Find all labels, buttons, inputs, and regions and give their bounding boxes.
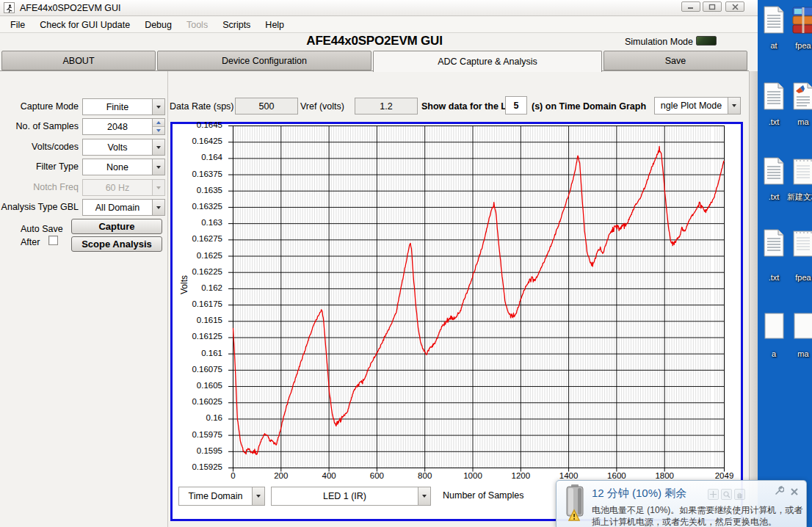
menu-item-check-for-gui-update[interactable]: Check for GUI Update bbox=[32, 18, 137, 32]
tab-about[interactable]: ABOUT bbox=[1, 51, 156, 70]
plot-mode-dropdown[interactable]: ngle Plot Mode bbox=[654, 97, 741, 115]
battery-warning-icon bbox=[562, 484, 587, 521]
desktop-icon-4[interactable] bbox=[759, 157, 789, 188]
spinner-down-icon[interactable] bbox=[153, 127, 164, 134]
x-tick-label: 1200 bbox=[512, 471, 531, 480]
desktop-icon-7[interactable] bbox=[789, 229, 812, 260]
wrench-icon[interactable] bbox=[774, 486, 784, 499]
y-tick-label: 0.163 bbox=[174, 218, 222, 228]
minimize-button[interactable] bbox=[681, 1, 700, 12]
spinner-buttons[interactable] bbox=[152, 119, 164, 134]
titlebar[interactable]: AFE44x0SPO2EVM GUI bbox=[0, 0, 758, 16]
x-tick-label: 0 bbox=[231, 471, 235, 480]
control-label-0: Capture Mode bbox=[0, 101, 79, 112]
desktop-icon-6[interactable] bbox=[759, 229, 789, 260]
notch-freq-dropdown[interactable]: 60 Hz bbox=[82, 179, 165, 196]
x-tick-label: 800 bbox=[418, 471, 432, 480]
desktop-icon-5[interactable] bbox=[789, 157, 812, 188]
notification-close-icon[interactable] bbox=[790, 486, 799, 499]
spinner-up-icon[interactable] bbox=[153, 119, 164, 127]
y-tick-label: 0.161 bbox=[174, 349, 222, 359]
x-tick-label: 1800 bbox=[655, 471, 674, 480]
capture-mode-dropdown[interactable]: Finite bbox=[82, 98, 165, 115]
x-tick-label: 400 bbox=[322, 471, 336, 480]
signal-dropdown[interactable]: LED 1 (IR) bbox=[271, 487, 431, 506]
vref-value[interactable]: 1.2 bbox=[355, 98, 418, 115]
y-tick-label: 0.16375 bbox=[174, 170, 222, 180]
data-rate-value[interactable]: 500 bbox=[235, 98, 298, 115]
x-tick-label: 200 bbox=[274, 471, 288, 480]
menu-item-help[interactable]: Help bbox=[258, 18, 291, 32]
volts-codes-dropdown[interactable]: Volts bbox=[82, 139, 165, 156]
text-file-icon bbox=[759, 82, 789, 113]
close-button[interactable] bbox=[725, 1, 744, 12]
auto-save-label-line2: After bbox=[21, 237, 40, 247]
auto-save-label-line1: Auto Save bbox=[21, 224, 63, 234]
desktop-icon-1[interactable] bbox=[789, 6, 812, 37]
y-tick-label: 0.1635 bbox=[174, 186, 222, 196]
chevron-down-icon bbox=[152, 200, 164, 215]
domain-dropdown[interactable]: Time Domain bbox=[178, 487, 265, 506]
desktop-icon-3[interactable] bbox=[789, 82, 812, 113]
chevron-down-icon bbox=[152, 180, 164, 195]
zoom-tool-icon bbox=[721, 489, 732, 500]
text-file-icon bbox=[759, 6, 789, 37]
no-of-samples-spinner[interactable]: 2048 bbox=[82, 118, 165, 135]
menu-item-tools[interactable]: Tools bbox=[179, 18, 215, 32]
scope-analysis-button[interactable]: Scope Analysis bbox=[71, 236, 162, 252]
auto-save-checkbox[interactable] bbox=[48, 236, 58, 245]
x-tick-label: 2049 bbox=[715, 471, 734, 480]
chevron-down-icon bbox=[252, 487, 264, 505]
x-tick-label: 1400 bbox=[559, 471, 579, 480]
domain-value: Time Domain bbox=[179, 487, 252, 505]
control-value-4: 60 Hz bbox=[83, 180, 152, 195]
notepad-file-icon bbox=[789, 157, 812, 188]
desktop-icon-2[interactable] bbox=[759, 82, 789, 113]
desktop-icon-9[interactable] bbox=[789, 312, 812, 343]
menu-item-scripts[interactable]: Scripts bbox=[215, 18, 258, 32]
tab-device-configuration[interactable]: Device Configuration bbox=[157, 51, 371, 70]
text-file-icon bbox=[759, 229, 789, 260]
x-tick-label: 600 bbox=[370, 471, 384, 480]
y-tick-label: 0.16025 bbox=[174, 397, 222, 407]
y-tick-label: 0.16425 bbox=[174, 137, 222, 147]
desktop-icon-0[interactable] bbox=[759, 6, 789, 37]
tab-adc-capture-analysis[interactable]: ADC Capture & Analysis bbox=[373, 51, 602, 72]
y-tick-label: 0.15925 bbox=[174, 462, 222, 473]
capture-button[interactable]: Capture bbox=[71, 219, 162, 234]
y-tick-label: 0.1605 bbox=[174, 381, 222, 391]
chevron-down-icon bbox=[728, 98, 740, 114]
waveform-graph: 0.16450.164250.1640.163750.16350.163250.… bbox=[170, 122, 743, 521]
panel-divider bbox=[167, 71, 168, 527]
chevron-down-icon bbox=[418, 487, 430, 505]
battery-notification: 12 分钟 (10%) 剩余 电池电量不足 (10%)。如果需要继续使用计算机，… bbox=[556, 480, 807, 527]
plot-area bbox=[228, 126, 725, 476]
control-label-4: Notch Freq bbox=[0, 182, 79, 192]
show-last-input[interactable]: 5 bbox=[505, 96, 527, 115]
menu-item-file[interactable]: File bbox=[3, 18, 32, 32]
desktop-icon-label: fpea bbox=[786, 273, 812, 282]
y-tick-label: 0.16 bbox=[174, 413, 222, 424]
file-icon bbox=[789, 312, 812, 343]
y-tick-label: 0.164 bbox=[174, 153, 222, 163]
x-tick-label: 1600 bbox=[607, 471, 626, 480]
y-tick-label: 0.15975 bbox=[174, 430, 222, 440]
control-value-0: Finite bbox=[83, 99, 152, 115]
control-value-3: None bbox=[83, 159, 152, 175]
filter-type-dropdown[interactable]: None bbox=[82, 159, 165, 175]
signal-value: LED 1 (IR) bbox=[272, 487, 418, 505]
control-label-1: No. of Samples bbox=[0, 121, 79, 131]
graph-palette-ghost bbox=[708, 489, 745, 500]
simulation-mode-label: Simulation Mode bbox=[625, 37, 693, 47]
tab-save[interactable]: Save bbox=[603, 51, 747, 70]
notification-body-line2: 插上计算机电源，或者先关机，然后更换电池。 bbox=[592, 516, 777, 527]
data-rate-label: Data Rate (sps) bbox=[170, 101, 234, 112]
maximize-button[interactable] bbox=[703, 1, 722, 12]
desktop-icon-8[interactable] bbox=[759, 312, 789, 343]
simulation-mode-led[interactable] bbox=[696, 36, 717, 46]
analysis-type-gbl-dropdown[interactable]: All Domain bbox=[82, 199, 165, 216]
chevron-down-icon bbox=[152, 159, 164, 175]
menu-item-debug[interactable]: Debug bbox=[137, 18, 179, 32]
y-tick-label: 0.16075 bbox=[174, 365, 222, 375]
y-axis-label: Volts bbox=[179, 269, 189, 301]
